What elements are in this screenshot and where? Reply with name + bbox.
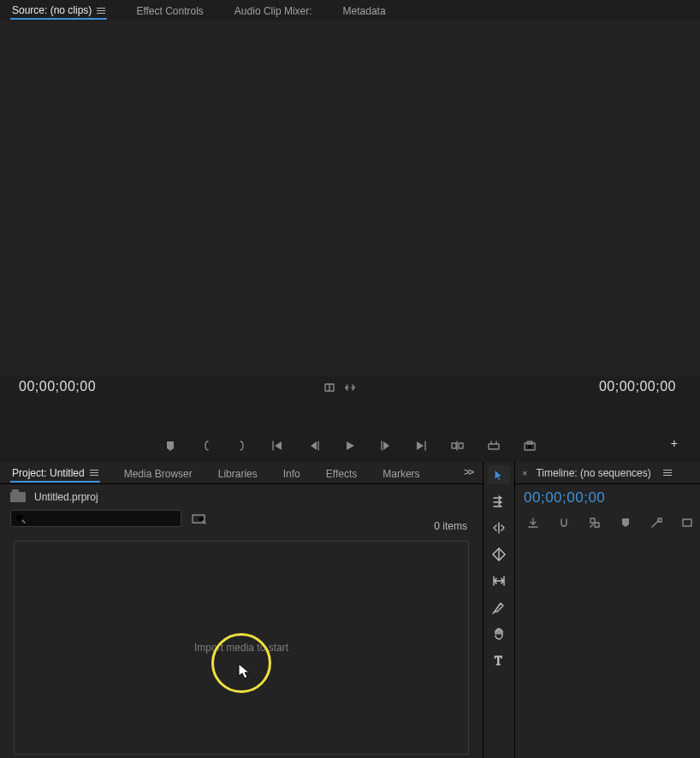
- search-icon: [15, 512, 27, 524]
- tab-effects-label: Effects: [326, 468, 357, 480]
- hand-tool-icon[interactable]: [488, 625, 510, 643]
- svg-point-19: [528, 445, 531, 448]
- source-timebar: 00;00;00;00 00;00;00;00: [0, 376, 700, 399]
- track-select-forward-tool-icon[interactable]: [488, 492, 510, 511]
- source-time-ruler[interactable]: [0, 399, 700, 421]
- tab-project-label: Project: Untitled: [12, 467, 85, 479]
- tab-overflow-icon[interactable]: >>: [464, 466, 472, 478]
- project-file-row: Untitled.prproj: [0, 484, 483, 510]
- tab-media-browser-label: Media Browser: [124, 468, 193, 480]
- source-timecode-right[interactable]: 00;00;00;00: [599, 379, 676, 394]
- tab-markers-label: Markers: [383, 468, 419, 480]
- svg-line-21: [22, 520, 25, 523]
- svg-marker-4: [311, 441, 317, 450]
- tab-metadata-label: Metadata: [343, 5, 386, 17]
- tab-audio-clip-mixer[interactable]: Audio Clip Mixer:: [233, 2, 314, 19]
- tab-info-label: Info: [283, 468, 300, 480]
- add-marker-icon[interactable]: [163, 438, 178, 453]
- project-drop-hint: Import media to start: [194, 642, 288, 654]
- tab-metadata[interactable]: Metadata: [341, 2, 388, 19]
- tab-project[interactable]: Project: Untitled: [10, 464, 100, 483]
- mark-out-icon[interactable]: [234, 438, 250, 453]
- tab-libraries[interactable]: Libraries: [217, 465, 259, 482]
- svg-marker-9: [417, 441, 424, 450]
- svg-rect-44: [683, 519, 691, 526]
- button-editor-icon[interactable]: +: [671, 436, 678, 450]
- panel-menu-icon[interactable]: [90, 470, 98, 476]
- svg-rect-14: [489, 444, 499, 449]
- timeline-button-row: [515, 506, 700, 530]
- pen-tool-icon[interactable]: [488, 598, 510, 617]
- project-search-row: [0, 510, 483, 527]
- svg-marker-8: [383, 441, 389, 450]
- source-panel: Source: (no clips) Effect Controls Audio…: [0, 0, 700, 462]
- project-drop-zone[interactable]: Import media to start: [14, 541, 469, 755]
- timeline-settings-icon[interactable]: [649, 515, 664, 530]
- svg-rect-11: [452, 443, 456, 448]
- timeline-tab-row: × Timeline: (no sequences): [515, 462, 700, 484]
- nest-sequence-icon[interactable]: [525, 515, 541, 530]
- snap-icon[interactable]: [556, 515, 572, 530]
- svg-line-35: [493, 612, 495, 613]
- project-search-box[interactable]: [10, 510, 181, 527]
- tab-source-label: Source: (no clips): [12, 4, 92, 16]
- source-viewport[interactable]: [0, 21, 700, 376]
- export-frame-icon[interactable]: [522, 438, 537, 453]
- type-tool-icon[interactable]: T: [488, 651, 510, 670]
- svg-rect-39: [590, 518, 595, 523]
- tools-toolbar: T: [483, 462, 515, 758]
- project-items-count: 0 items: [434, 520, 467, 532]
- overwrite-icon[interactable]: [486, 438, 501, 453]
- timeline-display-settings-icon[interactable]: [679, 515, 695, 530]
- svg-rect-40: [595, 523, 599, 527]
- go-to-in-icon[interactable]: [270, 438, 286, 453]
- tab-effect-controls[interactable]: Effect Controls: [134, 2, 205, 19]
- tab-effects[interactable]: Effects: [324, 465, 359, 482]
- tab-source[interactable]: Source: (no clips): [10, 1, 107, 20]
- source-timecode-left[interactable]: 00;00;00;00: [19, 379, 96, 394]
- resolution-icon[interactable]: [344, 382, 356, 394]
- source-tab-strip: Source: (no clips) Effect Controls Audio…: [0, 0, 700, 21]
- panel-menu-icon[interactable]: [97, 8, 105, 14]
- tab-libraries-label: Libraries: [218, 468, 258, 480]
- svg-line-41: [590, 524, 593, 527]
- linked-selection-icon[interactable]: [587, 515, 602, 530]
- svg-text:T: T: [495, 654, 502, 667]
- step-back-icon[interactable]: [306, 438, 322, 453]
- play-icon[interactable]: [342, 438, 358, 453]
- svg-rect-12: [459, 443, 463, 448]
- fit-icon[interactable]: [323, 382, 335, 394]
- tab-media-browser[interactable]: Media Browser: [122, 465, 194, 482]
- project-tab-strip: Project: Untitled Media Browser Librarie…: [0, 462, 483, 484]
- project-file-name[interactable]: Untitled.prproj: [34, 491, 98, 503]
- tab-audio-mixer-label: Audio Clip Mixer:: [234, 5, 312, 17]
- tab-markers[interactable]: Markers: [381, 465, 421, 482]
- panel-menu-icon[interactable]: [663, 470, 672, 476]
- ripple-edit-tool-icon[interactable]: [488, 518, 510, 537]
- timeline-title[interactable]: Timeline: (no sequences): [536, 467, 650, 479]
- project-search-input[interactable]: [27, 511, 181, 526]
- slip-tool-icon[interactable]: [488, 571, 510, 590]
- tab-effect-controls-label: Effect Controls: [136, 5, 203, 17]
- svg-rect-43: [658, 518, 661, 522]
- timeline-panel: × Timeline: (no sequences) 00;00;00;00: [515, 462, 700, 758]
- project-file-icon: [10, 492, 26, 502]
- selection-tool-icon[interactable]: [488, 465, 510, 484]
- insert-icon[interactable]: [450, 438, 466, 453]
- source-transport-bar: +: [0, 428, 700, 459]
- svg-marker-25: [495, 470, 502, 481]
- go-to-out-icon[interactable]: [414, 438, 430, 453]
- close-panel-icon[interactable]: ×: [522, 468, 527, 478]
- add-marker-icon[interactable]: [618, 515, 633, 530]
- project-panel: Project: Untitled Media Browser Librarie…: [0, 462, 483, 758]
- timeline-timecode[interactable]: 00;00;00;00: [515, 484, 700, 506]
- tab-info[interactable]: Info: [282, 465, 302, 482]
- new-search-bin-icon[interactable]: [192, 512, 207, 524]
- svg-marker-3: [275, 441, 282, 450]
- razor-tool-icon[interactable]: [488, 545, 510, 564]
- mark-in-icon[interactable]: [199, 438, 214, 453]
- svg-marker-6: [347, 441, 354, 450]
- step-forward-icon[interactable]: [378, 438, 394, 453]
